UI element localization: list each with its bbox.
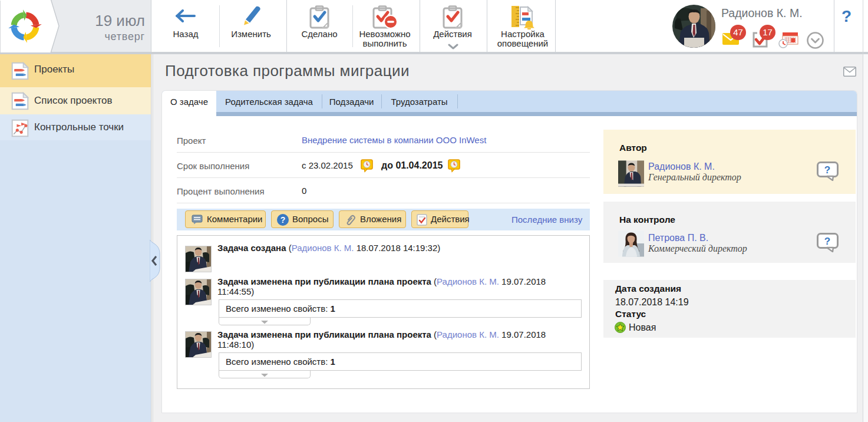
svg-text:?: ? <box>280 215 286 225</box>
svg-text:?: ? <box>824 236 830 247</box>
svg-text:?: ? <box>824 164 830 176</box>
